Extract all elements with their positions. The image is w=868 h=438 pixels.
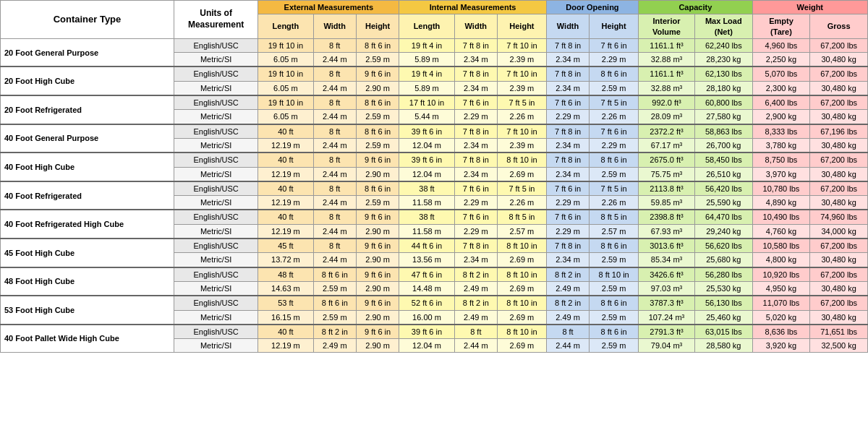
ext-cell: 12.19 m <box>258 167 313 181</box>
ext-cell: 8 ft 2 in <box>313 325 356 339</box>
int-cell: 2.29 m <box>454 110 497 124</box>
int-cell: 2.49 m <box>454 310 497 325</box>
units-cell: Metric/SI <box>174 339 258 353</box>
table-row: 45 Foot High CubeEnglish/USC45 ft8 ft9 f… <box>1 239 868 253</box>
ext-cell: 9 ft 6 in <box>356 239 399 253</box>
int-cell: 2.44 m <box>454 339 497 353</box>
int-cell: 7 ft 8 in <box>454 153 497 167</box>
units-cell: Metric/SI <box>174 196 258 210</box>
int-cell: 8 ft 10 in <box>498 239 547 253</box>
wt-cell: 2,300 kg <box>752 81 810 95</box>
wt-cell: 30,480 kg <box>810 53 868 67</box>
int-cell: 8 ft 2 in <box>454 296 497 310</box>
cap-cell: 58,450 lbs <box>694 153 752 167</box>
int-cell: 8 ft <box>454 325 497 339</box>
header-ext-height: Height <box>356 14 399 39</box>
wt-cell: 67,196 lbs <box>810 124 868 139</box>
wt-cell: 4,960 lbs <box>752 38 810 52</box>
door-cell: 7 ft 6 in <box>590 38 639 52</box>
ext-cell: 8 ft 6 in <box>356 181 399 196</box>
cap-cell: 60,800 lbs <box>694 95 752 110</box>
int-cell: 2.39 m <box>498 53 547 67</box>
wt-cell: 8,750 lbs <box>752 153 810 167</box>
ext-cell: 6.05 m <box>258 81 313 95</box>
container-type-cell: 40 Foot General Purpose <box>1 124 174 153</box>
cap-cell: 25,590 kg <box>694 196 752 210</box>
wt-cell: 30,480 kg <box>810 110 868 124</box>
header-cap-maxload: Max Load (Net) <box>694 14 752 39</box>
units-cell: Metric/SI <box>174 81 258 95</box>
header-external: External Measurements <box>258 1 399 14</box>
ext-cell: 40 ft <box>258 210 313 224</box>
int-cell: 2.26 m <box>498 110 547 124</box>
table-row: 48 Foot High CubeEnglish/USC48 ft8 ft 6 … <box>1 267 868 282</box>
ext-cell: 8 ft 6 in <box>356 124 399 139</box>
int-cell: 7 ft 8 in <box>454 239 497 253</box>
ext-cell: 2.49 m <box>313 339 356 353</box>
door-cell: 8 ft 6 in <box>590 66 639 81</box>
header-wt-empty: Empty (Tare) <box>752 14 810 39</box>
int-cell: 11.58 m <box>399 196 454 210</box>
int-cell: 2.34 m <box>454 253 497 267</box>
ext-cell: 6.05 m <box>258 53 313 67</box>
ext-cell: 40 ft <box>258 124 313 139</box>
ext-cell: 2.44 m <box>313 53 356 67</box>
int-cell: 2.49 m <box>454 281 497 296</box>
int-cell: 2.39 m <box>498 138 547 153</box>
wt-cell: 8,636 lbs <box>752 325 810 339</box>
ext-cell: 8 ft <box>313 124 356 139</box>
wt-cell: 4,950 kg <box>752 281 810 296</box>
ext-cell: 40 ft <box>258 153 313 167</box>
ext-cell: 53 ft <box>258 296 313 310</box>
door-cell: 2.34 m <box>546 167 589 181</box>
int-cell: 8 ft 10 in <box>498 153 547 167</box>
wt-cell: 67,200 lbs <box>810 66 868 81</box>
header-ext-length: Length <box>258 14 313 39</box>
cap-cell: 79.04 m³ <box>639 339 695 353</box>
wt-cell: 2,900 kg <box>752 110 810 124</box>
int-cell: 2.34 m <box>454 53 497 67</box>
int-cell: 2.69 m <box>498 339 547 353</box>
int-cell: 12.04 m <box>399 339 454 353</box>
ext-cell: 8 ft 6 in <box>313 267 356 282</box>
cap-cell: 2372.2 ft³ <box>639 124 695 139</box>
wt-cell: 4,800 kg <box>752 253 810 267</box>
int-cell: 2.34 m <box>454 167 497 181</box>
ext-cell: 16.15 m <box>258 310 313 325</box>
door-cell: 8 ft <box>546 325 589 339</box>
cap-cell: 3013.6 ft³ <box>639 239 695 253</box>
door-cell: 2.59 m <box>590 253 639 267</box>
cap-cell: 25,460 kg <box>694 310 752 325</box>
wt-cell: 71,651 lbs <box>810 325 868 339</box>
units-cell: Metric/SI <box>174 53 258 67</box>
header-ext-width: Width <box>313 14 356 39</box>
int-cell: 2.34 m <box>454 138 497 153</box>
cap-cell: 2791.3 ft³ <box>639 325 695 339</box>
door-cell: 2.59 m <box>590 167 639 181</box>
ext-cell: 2.90 m <box>356 224 399 239</box>
int-cell: 44 ft 6 in <box>399 239 454 253</box>
units-cell: English/USC <box>174 181 258 196</box>
ext-cell: 8 ft <box>313 153 356 167</box>
ext-cell: 8 ft 6 in <box>356 38 399 52</box>
door-cell: 2.59 m <box>590 310 639 325</box>
wt-cell: 30,480 kg <box>810 196 868 210</box>
ext-cell: 9 ft 6 in <box>356 325 399 339</box>
int-cell: 5.89 m <box>399 53 454 67</box>
door-cell: 7 ft 8 in <box>546 153 589 167</box>
header-int-height: Height <box>498 14 547 39</box>
cap-cell: 56,420 lbs <box>694 181 752 196</box>
door-cell: 2.49 m <box>546 281 589 296</box>
int-cell: 2.39 m <box>498 81 547 95</box>
wt-cell: 10,490 lbs <box>752 210 810 224</box>
wt-cell: 5,070 lbs <box>752 66 810 81</box>
cap-cell: 2113.8 ft³ <box>639 181 695 196</box>
wt-cell: 32,500 kg <box>810 339 868 353</box>
ext-cell: 2.90 m <box>356 339 399 353</box>
container-type-cell: 20 Foot Refrigerated <box>1 95 174 124</box>
units-cell: English/USC <box>174 296 258 310</box>
int-cell: 2.69 m <box>498 310 547 325</box>
door-cell: 7 ft 6 in <box>546 210 589 224</box>
door-cell: 2.34 m <box>546 138 589 153</box>
int-cell: 7 ft 6 in <box>454 95 497 110</box>
